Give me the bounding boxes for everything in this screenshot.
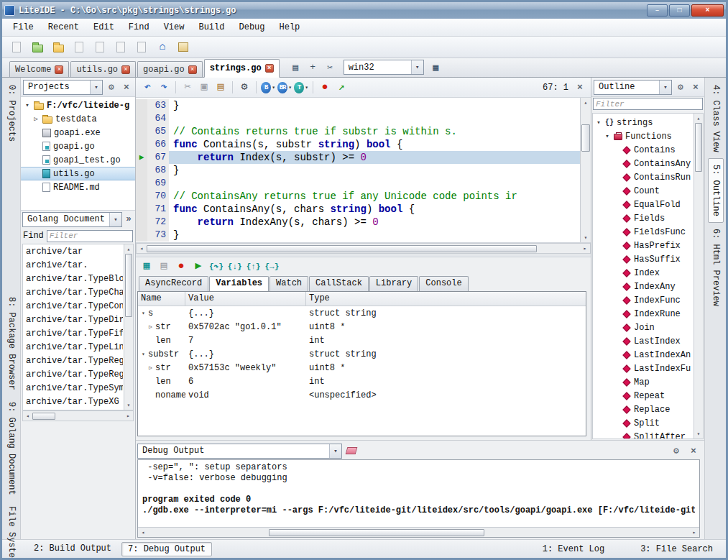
projects-combo[interactable]: Projects ▾ (23, 80, 103, 95)
debug-view-icon[interactable]: ▦ (140, 260, 153, 274)
open-folder-icon[interactable] (50, 39, 67, 56)
outline-filter-input[interactable] (593, 98, 703, 110)
scroll-left-icon[interactable]: ◂ (138, 528, 148, 537)
scrollbar-thumb[interactable] (32, 413, 55, 420)
gear-icon[interactable]: ⚙ (237, 81, 252, 95)
editor-tab-welcome[interactable]: Welcome× (9, 61, 69, 77)
outline-item[interactable]: ContainsAny (593, 157, 693, 170)
doc-list-item[interactable]: archive/tar.TypeLin (23, 341, 123, 354)
step-over-icon[interactable]: {↷} (209, 260, 224, 274)
step-into-icon[interactable]: {↓} (228, 260, 242, 274)
close-panel-icon[interactable]: × (687, 444, 700, 457)
variables-row[interactable]: len7int (138, 334, 586, 347)
doc-list-item[interactable]: archive/tar.TypeReg (23, 354, 123, 368)
tab-list-icon[interactable]: ▤ (288, 60, 303, 75)
menu-item-edit[interactable]: Edit (87, 20, 121, 35)
side-tab-8-package-browser[interactable]: 8: Package Browser (4, 291, 19, 396)
scroll-down-icon[interactable]: ▾ (124, 400, 133, 410)
scroll-up-icon[interactable]: ▴ (694, 114, 703, 123)
outline-item[interactable]: FieldsFunc (593, 225, 693, 239)
variables-row[interactable]: ▾s{...}struct string (138, 306, 586, 320)
debug-output-view[interactable]: -sep=", ": setup separators -v=false: ve… (137, 459, 700, 538)
side-tab-file-system[interactable]: File System (4, 500, 19, 560)
scroll-right-icon[interactable]: ▸ (124, 411, 133, 421)
outline-vscrollbar[interactable]: ▴ ▾ (694, 114, 703, 439)
outline-item[interactable]: Contains (593, 143, 693, 157)
code-line[interactable]: ▶67 return Index(s, substr) >= 0 (136, 151, 580, 164)
outline-item[interactable]: SplitAfter (593, 430, 693, 439)
debug-tab-variables[interactable]: Variables (209, 276, 269, 291)
output-hscrollbar[interactable]: ◂ ▸ (138, 527, 699, 537)
scroll-left-icon[interactable]: ◂ (23, 411, 32, 421)
status-button-7-debug-output[interactable]: 7: Debug Output (121, 542, 212, 556)
outline-item[interactable]: IndexRune (593, 307, 693, 321)
scroll-down-icon[interactable]: ▾ (581, 233, 591, 242)
code-line[interactable]: 72 return IndexAny(s, chars) >= 0 (136, 216, 580, 229)
scrollbar-thumb[interactable] (147, 245, 537, 252)
editor-tab-goapi-go[interactable]: goapi.go× (137, 61, 203, 77)
outline-item[interactable]: Fields (593, 211, 693, 225)
scrollbar-track[interactable] (581, 152, 591, 233)
build-config-icon[interactable]: B▾ (261, 81, 275, 95)
menu-item-view[interactable]: View (157, 20, 191, 35)
file-tree-item[interactable]: ▷testdata (21, 112, 135, 126)
code-line[interactable]: 71func ContainsAny(s, chars string) bool… (136, 203, 580, 216)
close-panel-icon[interactable]: × (120, 81, 133, 93)
scroll-right-icon[interactable]: ▸ (580, 244, 590, 253)
scroll-up-icon[interactable]: ▴ (124, 244, 133, 254)
code-line[interactable]: 68} (136, 164, 580, 177)
doc-list-vscrollbar[interactable]: ▴ ▾ (124, 244, 133, 410)
file-tree-item[interactable]: goapi.go (21, 139, 135, 153)
close-panel-icon[interactable]: × (689, 81, 702, 93)
side-tab-0-projects[interactable]: 0: Projects (4, 79, 19, 147)
outline-item[interactable]: ContainsRun (593, 170, 693, 184)
menu-item-find[interactable]: Find (122, 20, 156, 35)
title-bar[interactable]: LiteIDE - C:\Go\src\pkg\strings\strings.… (2, 2, 726, 19)
editor-hscrollbar[interactable]: ◂ ▸ (136, 243, 591, 254)
scroll-right-icon[interactable]: ▸ (689, 528, 699, 537)
outline-item[interactable]: Replace (593, 403, 693, 416)
expander-icon[interactable]: ▾ (140, 351, 147, 357)
doc-list-item[interactable]: archive/tar.TypeFif (23, 327, 123, 341)
copy-icon[interactable]: ▣ (197, 81, 211, 95)
file-tree-item[interactable]: goapi.exe (21, 126, 135, 139)
code-line[interactable]: 73} (136, 229, 580, 242)
scroll-left-icon[interactable]: ◂ (137, 244, 147, 253)
outline-item[interactable]: LastIndexAn (593, 348, 693, 362)
debug-tab-library[interactable]: Library (369, 276, 418, 291)
tab-close-icon[interactable]: × (55, 65, 63, 74)
expander-icon[interactable]: ▷ (147, 364, 154, 371)
menu-item-build[interactable]: Build (192, 20, 231, 35)
split-add-icon[interactable]: + (305, 60, 321, 75)
undo-icon[interactable]: ↶ (140, 81, 155, 95)
scrollbar-track[interactable] (124, 317, 133, 400)
chevron-down-icon[interactable]: ▾ (659, 81, 671, 94)
code-line[interactable]: 63} (136, 99, 580, 112)
continue-icon[interactable]: ▶ (192, 260, 205, 274)
outline-item[interactable]: Split (593, 416, 693, 430)
expander-icon[interactable]: ▷ (32, 115, 40, 123)
expander-icon[interactable]: ▾ (604, 132, 611, 140)
menu-item-help[interactable]: Help (273, 20, 307, 35)
editor-tab-utils-go[interactable]: utils.go× (70, 61, 136, 77)
outline-item[interactable]: LastIndex (593, 334, 693, 348)
chevron-down-icon[interactable]: ▾ (288, 84, 292, 91)
run-to-cursor-icon[interactable]: {→} (264, 260, 279, 274)
scrollbar-thumb[interactable] (695, 123, 702, 172)
debug-tab-callstack[interactable]: CallStack (309, 276, 369, 291)
file-tree-item[interactable]: ▾F:/vfc/liteide-g (21, 98, 135, 112)
close-button[interactable]: × (691, 4, 724, 17)
session-icon[interactable] (175, 39, 192, 56)
doc-list-hscrollbar[interactable]: ◂ ▸ (22, 410, 134, 421)
side-tab-4-class-view[interactable]: 4: Class View (709, 79, 723, 158)
more-menu-button[interactable]: » (124, 212, 134, 226)
export-log-icon[interactable]: ▤ (157, 260, 170, 274)
doc-list-item[interactable]: archive/tar.TypeReg (23, 368, 123, 382)
build-target-combo[interactable]: win32 ▾ (344, 60, 424, 75)
file-tree-item[interactable]: goapi_test.go (21, 153, 135, 167)
doc-list-item[interactable]: archive/tar.TypeCha (23, 286, 123, 300)
scrollbar-thumb[interactable] (269, 529, 484, 536)
doc-filter-input[interactable] (47, 230, 133, 242)
outline-item[interactable]: Map (593, 375, 693, 389)
outline-item[interactable]: ▾Functions (593, 129, 693, 143)
